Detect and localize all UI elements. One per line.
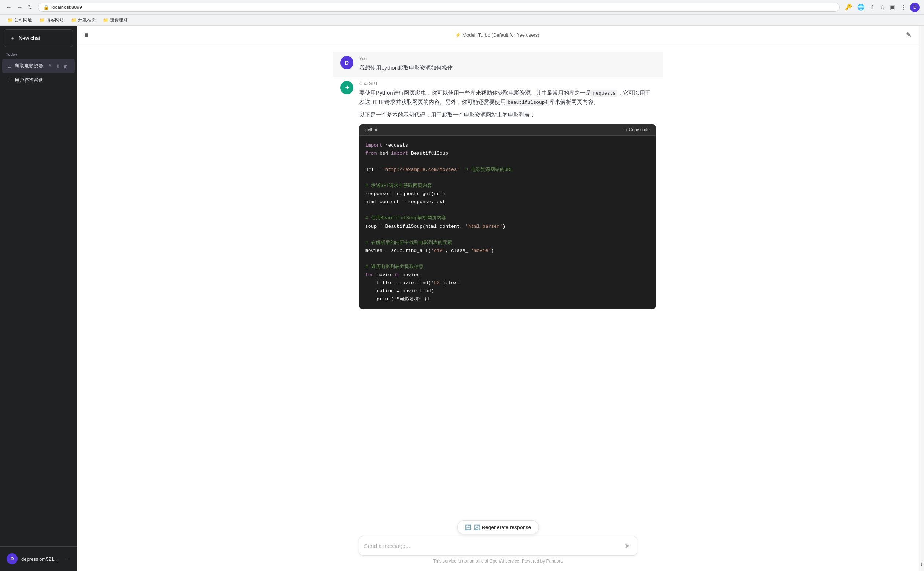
refresh-button[interactable]: ↻ bbox=[26, 2, 34, 12]
chat-icon: □ bbox=[8, 63, 11, 69]
code-line bbox=[365, 206, 650, 214]
send-icon: ➤ bbox=[624, 542, 630, 550]
code-line: from bs4 import BeautifulSoup bbox=[365, 150, 650, 158]
gpt-message-subtext: 以下是一个基本的示例代码，用于爬取一个电影资源网站上的电影列表： bbox=[359, 110, 656, 119]
share-chat-button[interactable]: ⇧ bbox=[55, 62, 61, 70]
code-block: python □ Copy code import requests from … bbox=[359, 124, 656, 310]
user-message-row: D You 我想使用python爬取电影资源如何操作 □ bbox=[333, 52, 663, 77]
code-line: movies = soup.find_all('div', class_='mo… bbox=[365, 247, 650, 255]
user-message-author: You bbox=[359, 56, 656, 61]
forward-button[interactable]: → bbox=[15, 3, 24, 12]
code-line: # 遍历电影列表并提取信息 bbox=[365, 263, 650, 271]
user-avatar: D bbox=[6, 553, 18, 565]
chat-icon-2: □ bbox=[8, 77, 11, 83]
user-message-content: You 我想使用python爬取电影资源如何操作 bbox=[359, 56, 656, 72]
footer-text-content: This service is not an official OpenAI s… bbox=[433, 559, 545, 564]
footer-text: This service is not an official OpenAI s… bbox=[359, 559, 637, 564]
copy-code-label: Copy code bbox=[629, 127, 650, 133]
folder-icon: 📁 bbox=[7, 18, 13, 23]
code-body: import requests from bs4 import Beautifu… bbox=[359, 136, 656, 310]
code-line: url = 'http://example.com/movies' # 电影资源… bbox=[365, 166, 650, 174]
bookmark-label-2: 博客网站 bbox=[46, 17, 64, 23]
input-area: ➤ This service is not an official OpenAI… bbox=[77, 531, 919, 571]
today-section-label: Today bbox=[0, 47, 77, 59]
chat-item-text-0: 爬取电影资源 bbox=[15, 63, 48, 69]
code-line bbox=[365, 255, 650, 263]
code-line: # 发送GET请求并获取网页内容 bbox=[365, 182, 650, 190]
chat-item-0[interactable]: □ 爬取电影资源 ✎ ⇧ 🗑 bbox=[2, 59, 75, 73]
bookmark-invest[interactable]: 📁 投资理财 bbox=[100, 16, 131, 24]
code-line: rating = movie.find( bbox=[365, 287, 650, 295]
bookmark-label: 公司网址 bbox=[14, 17, 32, 23]
folder-icon-3: 📁 bbox=[71, 18, 77, 23]
user-info[interactable]: D depressiom521@gmail.c... ··· bbox=[4, 551, 73, 567]
code-line: html_content = response.text bbox=[365, 198, 650, 206]
back-button[interactable]: ← bbox=[5, 3, 13, 12]
gpt-message-intro: 要使用Python进行网页爬虫，你可以使用一些库来帮助你获取电影资源。其中最常用… bbox=[359, 88, 656, 107]
browser-chrome: ← → ↻ 🔒 localhost:8899 🔑 🌐 ⇧ ☆ ▣ ⋮ D bbox=[0, 0, 924, 15]
code-line bbox=[365, 158, 650, 166]
bookmark-blog[interactable]: 📁 博客网站 bbox=[36, 16, 67, 24]
bookmark-company[interactable]: 📁 公司网址 bbox=[5, 16, 35, 24]
menu-icon[interactable]: ⋮ bbox=[899, 2, 908, 12]
code-line bbox=[365, 231, 650, 239]
url-text: localhost:8899 bbox=[51, 5, 82, 10]
chat-messages[interactable]: D You 我想使用python爬取电影资源如何操作 □ ✦ ChatGPT 要… bbox=[77, 45, 919, 531]
user-message-text: 我想使用python爬取电影资源如何操作 bbox=[359, 63, 656, 72]
flash-icon: ⚡ bbox=[455, 32, 461, 38]
bookmark-icon[interactable]: ☆ bbox=[878, 2, 886, 12]
code-line: response = requests.get(url) bbox=[365, 190, 650, 198]
folder-icon-2: 📁 bbox=[39, 18, 45, 23]
code-line: print(f"电影名称: {t bbox=[365, 295, 650, 303]
copy-icon: □ bbox=[624, 127, 626, 133]
model-label: ⚡ Model: Turbo (Default for free users) bbox=[455, 32, 539, 38]
regenerate-label: 🔄 Regenerate response bbox=[474, 525, 531, 530]
top-bar: ■ ⚡ Model: Turbo (Default for free users… bbox=[77, 26, 919, 45]
send-button[interactable]: ➤ bbox=[623, 540, 632, 552]
profile-avatar[interactable]: D bbox=[910, 3, 919, 12]
sidebar-toggle-button[interactable]: ■ bbox=[83, 30, 90, 40]
code-line: import requests bbox=[365, 142, 650, 150]
delete-chat-button[interactable]: 🗑 bbox=[62, 62, 69, 70]
code-line: title = movie.find('h2').text bbox=[365, 279, 650, 287]
code-line bbox=[365, 174, 650, 182]
share-icon[interactable]: ⇧ bbox=[868, 2, 876, 12]
user-more-button[interactable]: ··· bbox=[66, 556, 70, 562]
new-chat-button[interactable]: ＋ New chat bbox=[4, 29, 73, 47]
sidebar: ＋ New chat Today □ 爬取电影资源 ✎ ⇧ 🗑 □ 用户咨询帮助… bbox=[0, 26, 77, 571]
gpt-message-avatar: ✦ bbox=[340, 81, 353, 94]
input-container: ➤ bbox=[359, 536, 637, 556]
scroll-down-button[interactable]: ↓ bbox=[920, 561, 923, 567]
edit-chat-button[interactable]: ✎ bbox=[48, 62, 54, 70]
layout-icon[interactable]: ▣ bbox=[889, 2, 897, 12]
folder-icon-4: 📁 bbox=[103, 18, 108, 23]
chat-item-actions-0: ✎ ⇧ 🗑 bbox=[48, 62, 69, 70]
code-line: # 在解析后的内容中找到电影列表的元素 bbox=[365, 239, 650, 247]
code-line: soup = BeautifulSoup(html_content, 'html… bbox=[365, 222, 650, 231]
bookmark-label-3: 开发相关 bbox=[78, 17, 96, 23]
bookmark-dev[interactable]: 📁 开发相关 bbox=[68, 16, 99, 24]
edit-button[interactable]: ✎ bbox=[905, 29, 913, 40]
user-email: depressiom521@gmail.c... bbox=[21, 556, 62, 562]
gpt-message-author: ChatGPT bbox=[359, 81, 656, 86]
chat-item-text-1: 用户咨询帮助 bbox=[15, 77, 69, 83]
regenerate-icon: 🔄 bbox=[465, 525, 471, 530]
pandora-link[interactable]: Pandora bbox=[546, 559, 563, 564]
chat-item-1[interactable]: □ 用户咨询帮助 bbox=[2, 73, 75, 87]
code-header: python □ Copy code bbox=[359, 124, 656, 136]
translate-icon[interactable]: 🌐 bbox=[856, 2, 866, 12]
nav-buttons: ← → ↻ bbox=[5, 2, 34, 12]
code-line: # 使用BeautifulSoup解析网页内容 bbox=[365, 214, 650, 222]
sidebar-bottom: D depressiom521@gmail.c... ··· bbox=[0, 546, 77, 571]
gpt-message-content: ChatGPT 要使用Python进行网页爬虫，你可以使用一些库来帮助你获取电影… bbox=[359, 81, 656, 314]
user-initial: D bbox=[11, 556, 14, 562]
main-area: ■ ⚡ Model: Turbo (Default for free users… bbox=[77, 26, 919, 571]
key-icon[interactable]: 🔑 bbox=[843, 2, 854, 12]
address-bar[interactable]: 🔒 localhost:8899 bbox=[38, 3, 840, 12]
model-text: Model: Turbo (Default for free users) bbox=[462, 32, 539, 38]
user-message-avatar: D bbox=[340, 56, 353, 69]
browser-actions: 🔑 🌐 ⇧ ☆ ▣ ⋮ D bbox=[843, 2, 919, 12]
message-input[interactable] bbox=[364, 543, 623, 549]
copy-code-button[interactable]: □ Copy code bbox=[624, 127, 650, 133]
regenerate-popup[interactable]: 🔄 🔄 Regenerate response bbox=[457, 520, 539, 534]
